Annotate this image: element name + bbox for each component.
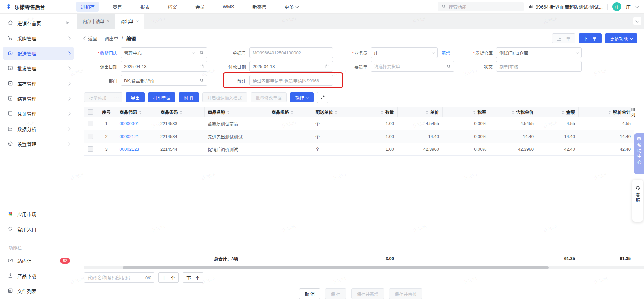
quick-search-input[interactable] bbox=[87, 275, 143, 281]
col-header-9[interactable]: 税率 bbox=[442, 107, 490, 117]
tab-2[interactable]: 调出单× bbox=[115, 14, 144, 29]
salesman-select[interactable] bbox=[371, 47, 438, 58]
sort-icon[interactable] bbox=[473, 111, 476, 114]
export-button[interactable]: 导出 bbox=[126, 92, 145, 102]
product-code-link[interactable]: 00002121 bbox=[120, 134, 139, 139]
customer-service-button[interactable]: 客服 bbox=[632, 180, 643, 222]
tab-1[interactable]: 内部申请单× bbox=[77, 14, 115, 29]
warehouse-input[interactable] bbox=[499, 50, 573, 55]
col-header-6[interactable]: 配送单位 bbox=[312, 107, 356, 117]
collapse-sidebar-icon[interactable] bbox=[65, 20, 70, 27]
col-header-8[interactable]: 单价 bbox=[397, 107, 442, 117]
save-button[interactable]: 保 存 bbox=[325, 288, 346, 299]
col-header-10[interactable]: 含税单价 bbox=[490, 107, 537, 117]
product-code-link[interactable]: 00002123 bbox=[120, 147, 139, 152]
sort-icon[interactable] bbox=[608, 111, 611, 114]
out-date-input[interactable] bbox=[124, 64, 197, 69]
row-checkbox[interactable] bbox=[88, 134, 93, 139]
col-header-11[interactable]: 金额 bbox=[537, 107, 578, 117]
nav-item-2[interactable]: 零售 bbox=[109, 2, 126, 12]
sort-icon[interactable] bbox=[561, 111, 564, 114]
search-icon[interactable] bbox=[199, 78, 204, 83]
next-match-button[interactable]: 下一个 bbox=[183, 272, 203, 283]
avatar[interactable]: 庄 bbox=[612, 2, 621, 11]
sidebar-item-6[interactable]: 结算管理 bbox=[3, 92, 74, 105]
add-salesman-link[interactable]: 新增 bbox=[442, 50, 450, 56]
search-icon[interactable] bbox=[199, 50, 204, 55]
save-new-button[interactable]: 保存并新增 bbox=[351, 288, 384, 299]
prev-doc-button[interactable]: 上一单 bbox=[552, 33, 575, 43]
col-header-1[interactable]: 序号 bbox=[97, 107, 116, 117]
batch-add-button[interactable]: 批量添加 bbox=[84, 92, 111, 102]
row-checkbox[interactable] bbox=[88, 121, 93, 126]
request-doc-field[interactable] bbox=[371, 61, 454, 72]
out-date-picker[interactable] bbox=[121, 61, 207, 72]
remark-input[interactable] bbox=[253, 78, 330, 83]
horizontal-scrollbar[interactable] bbox=[84, 266, 644, 269]
col-header-3[interactable]: 商品条码 bbox=[157, 107, 204, 117]
global-search[interactable]: 搜索功能 bbox=[438, 2, 524, 11]
scrollbar-thumb[interactable] bbox=[123, 266, 549, 269]
pay-date-picker[interactable] bbox=[249, 61, 333, 72]
department-input[interactable] bbox=[124, 78, 197, 83]
save-audit-button[interactable]: 保存并审核 bbox=[389, 288, 422, 299]
batch-add-more-button[interactable]: ··· bbox=[111, 92, 122, 102]
sort-icon[interactable] bbox=[381, 111, 383, 114]
col-header-2[interactable]: 商品代码 bbox=[116, 107, 157, 117]
column-settings-button[interactable]: 列 bbox=[631, 107, 635, 117]
cancel-button[interactable]: 取 消 bbox=[299, 288, 320, 299]
sort-icon[interactable] bbox=[227, 111, 230, 114]
print-button[interactable]: 打印单据 bbox=[148, 92, 175, 102]
warehouse-select[interactable] bbox=[496, 47, 582, 58]
nav-item-7[interactable]: 新零售 bbox=[248, 2, 270, 12]
salesman-input[interactable] bbox=[374, 50, 429, 55]
next-doc-button[interactable]: 下一单 bbox=[579, 33, 602, 43]
sort-icon[interactable] bbox=[426, 111, 428, 114]
receiving-store-input[interactable] bbox=[124, 50, 189, 55]
attachment-button[interactable]: 附 件 bbox=[179, 92, 199, 102]
sidebar-shortcut-1[interactable]: 应用市场 bbox=[3, 207, 74, 221]
close-icon[interactable]: × bbox=[107, 19, 109, 24]
sidebar-shortcut-2[interactable]: 常用入口 bbox=[3, 222, 74, 236]
store-selector[interactable]: 99664-新界面商超版测试-测试... bbox=[528, 3, 603, 10]
nav-item-6[interactable]: WMS bbox=[219, 2, 238, 11]
department-field[interactable] bbox=[121, 75, 207, 86]
user-menu-chevron-icon[interactable] bbox=[635, 4, 639, 8]
sidebar-item-4[interactable]: 批发管理 bbox=[3, 62, 74, 75]
tab-list-dropdown[interactable] bbox=[633, 17, 641, 25]
back-button[interactable]: 返回 bbox=[84, 35, 97, 42]
batch-edit-button[interactable]: 批量修改单据 bbox=[251, 92, 287, 102]
sort-icon[interactable] bbox=[512, 111, 514, 114]
nav-item-4[interactable]: 档案 bbox=[164, 2, 181, 12]
sort-icon[interactable] bbox=[335, 111, 337, 114]
help-center-button[interactable]: 帮助中心 bbox=[634, 133, 644, 174]
col-header-5[interactable]: 商品规格 bbox=[268, 107, 312, 117]
request-doc-input[interactable] bbox=[374, 64, 444, 69]
sidebar-item-3[interactable]: 配送管理 bbox=[3, 47, 74, 60]
receiving-store-select[interactable] bbox=[121, 47, 207, 58]
close-icon[interactable]: × bbox=[136, 19, 139, 24]
sidebar-tool-2[interactable]: 产品下载 bbox=[3, 269, 74, 283]
sidebar-item-7[interactable]: 凭证管理 bbox=[3, 107, 74, 120]
sidebar-tool-3[interactable]: 文件列表 bbox=[3, 284, 74, 298]
sidebar-item-9[interactable]: 设置管理 bbox=[3, 137, 74, 151]
prev-match-button[interactable]: 上一个 bbox=[158, 272, 179, 283]
speed-mode-button[interactable]: 开启极速输入模式 bbox=[202, 92, 247, 102]
quick-search-box[interactable]: 0/0 bbox=[84, 272, 154, 283]
more-actions-button[interactable]: 更多功能 bbox=[605, 33, 637, 43]
sort-icon[interactable] bbox=[139, 111, 142, 114]
sidebar-item-2[interactable]: 采购管理 bbox=[3, 32, 74, 45]
nav-item-5[interactable]: 会员 bbox=[191, 2, 209, 12]
sort-icon[interactable] bbox=[291, 111, 293, 114]
pay-date-input[interactable] bbox=[253, 64, 323, 69]
col-header-12[interactable]: 税价合计 bbox=[578, 107, 634, 117]
sidebar-item-8[interactable]: 数据分析 bbox=[3, 122, 74, 136]
search-icon[interactable] bbox=[446, 64, 451, 69]
nav-item-8[interactable]: 更多 bbox=[280, 2, 302, 12]
product-code-link[interactable]: 00000001 bbox=[120, 121, 139, 126]
remark-field[interactable] bbox=[249, 75, 333, 86]
row-checkbox[interactable] bbox=[88, 146, 93, 152]
select-all-checkbox[interactable] bbox=[88, 109, 93, 115]
col-header-7[interactable]: 数量 bbox=[356, 107, 397, 117]
operate-button[interactable]: 操作 bbox=[290, 92, 314, 102]
